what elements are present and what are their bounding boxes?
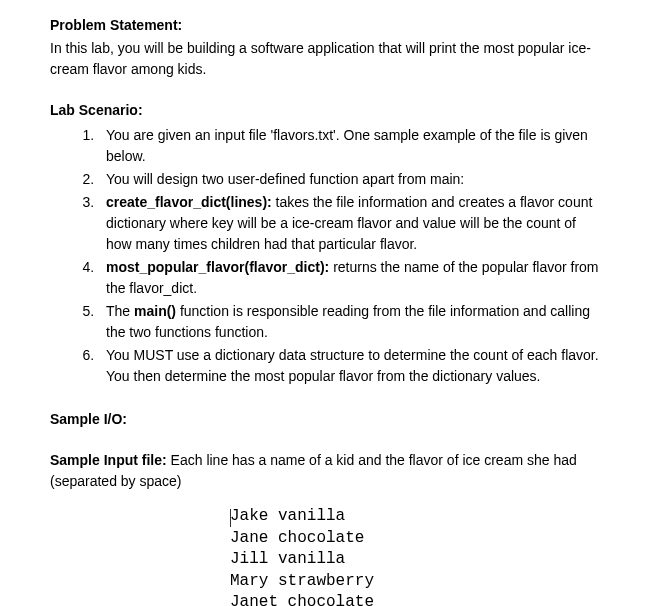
problem-statement-intro: In this lab, you will be building a soft… xyxy=(50,38,601,80)
data-line: Jill vanilla xyxy=(230,549,601,571)
list-item: You will design two user-defined functio… xyxy=(98,169,601,190)
lab-scenario-heading: Lab Scenario: xyxy=(50,100,601,121)
list-item: most_popular_flavor(flavor_dict): return… xyxy=(98,257,601,299)
data-line: Jane chocolate xyxy=(230,528,601,550)
list-item-text: You are given an input file 'flavors.txt… xyxy=(106,127,588,164)
data-line: Mary strawberry xyxy=(230,571,601,593)
list-item: create_flavor_dict(lines): takes the fil… xyxy=(98,192,601,255)
list-item-bold: main() xyxy=(134,303,176,319)
sample-input-line: Sample Input file: Each line has a name … xyxy=(50,450,601,492)
problem-statement-heading: Problem Statement: xyxy=(50,15,601,36)
sample-io-heading: Sample I/O: xyxy=(50,409,601,430)
list-item: You MUST use a dictionary data structure… xyxy=(98,345,601,387)
list-item-bold: create_flavor_dict(lines): xyxy=(106,194,272,210)
scenario-list: You are given an input file 'flavors.txt… xyxy=(50,125,601,387)
sample-input-data: Jake vanilla Jane chocolate Jill vanilla… xyxy=(230,506,601,606)
text-cursor-icon xyxy=(230,509,231,527)
list-item: The main() function is responsible readi… xyxy=(98,301,601,343)
list-item-text: function is responsible reading from the… xyxy=(106,303,590,340)
list-item-pre: The xyxy=(106,303,134,319)
data-line: Janet chocolate xyxy=(230,592,601,606)
list-item-bold: most_popular_flavor(flavor_dict): xyxy=(106,259,329,275)
list-item: You are given an input file 'flavors.txt… xyxy=(98,125,601,167)
sample-input-label: Sample Input file: xyxy=(50,452,167,468)
list-item-text: You will design two user-defined functio… xyxy=(106,171,464,187)
data-line: Jake vanilla xyxy=(230,506,601,528)
list-item-text: You MUST use a dictionary data structure… xyxy=(106,347,599,384)
